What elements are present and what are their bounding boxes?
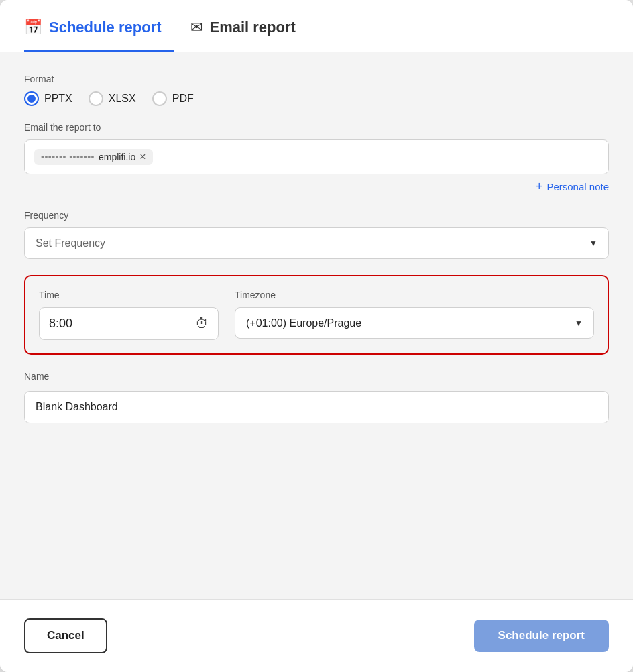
time-block: Time 8:00 ⏱ [39, 290, 219, 340]
name-section: Name [24, 371, 609, 423]
radio-circle-pdf [152, 91, 167, 106]
radio-pdf[interactable]: PDF [152, 91, 194, 106]
timezone-label: Timezone [235, 290, 594, 300]
tab-schedule-label: Schedule report [49, 19, 161, 36]
time-input-wrapper[interactable]: 8:00 ⏱ [39, 307, 219, 340]
radio-circle-xlsx [89, 91, 103, 106]
email-tag-close-icon[interactable]: × [139, 152, 146, 162]
personal-note-label: Personal note [546, 181, 609, 192]
timezone-select[interactable]: (+01:00) Europe/Prague (+00:00) UTC (+02… [235, 308, 593, 338]
personal-note-link[interactable]: + Personal note [24, 180, 609, 194]
timezone-select-wrapper: (+01:00) Europe/Prague (+00:00) UTC (+02… [235, 307, 594, 339]
frequency-section: Frequency Set Frequency Daily Weekly Mon… [24, 210, 609, 259]
modal-footer: Cancel Schedule report [0, 599, 633, 672]
email-tag-masked: ••••••• ••••••• [41, 152, 95, 162]
tab-schedule[interactable]: 📅 Schedule report [24, 0, 174, 52]
time-label: Time [39, 290, 219, 300]
radio-label-pdf: PDF [172, 93, 194, 105]
time-value: 8:00 [49, 317, 72, 331]
tab-header: 📅 Schedule report ✉ Email report [0, 0, 633, 52]
frequency-select[interactable]: Set Frequency Daily Weekly Monthly [25, 228, 608, 258]
schedule-report-button[interactable]: Schedule report [474, 620, 609, 652]
radio-circle-pptx [24, 91, 39, 106]
name-label: Name [24, 371, 609, 382]
personal-note-plus-icon: + [536, 180, 543, 194]
radio-group: PPTX XLSX PDF [24, 91, 609, 106]
email-section: Email the report to ••••••• ••••••• empl… [24, 122, 609, 194]
time-timezone-section: Time 8:00 ⏱ Timezone (+01:00) Europe/Pra… [24, 275, 609, 355]
clock-icon: ⏱ [195, 316, 209, 331]
radio-label-xlsx: XLSX [109, 93, 136, 105]
radio-xlsx[interactable]: XLSX [89, 91, 136, 106]
timezone-block: Timezone (+01:00) Europe/Prague (+00:00)… [235, 290, 594, 339]
calendar-icon: 📅 [24, 19, 42, 36]
email-tag-domain: emplifi.io [99, 152, 135, 162]
frequency-label: Frequency [24, 210, 609, 221]
tab-email-label: Email report [209, 19, 295, 36]
name-input[interactable] [24, 391, 609, 423]
frequency-select-wrapper: Set Frequency Daily Weekly Monthly ▼ [24, 227, 609, 259]
format-label: Format [24, 74, 609, 85]
modal-container: 📅 Schedule report ✉ Email report Format … [0, 0, 633, 672]
modal-body: Format PPTX XLSX PDF Email the repor [0, 52, 633, 599]
email-tag: ••••••• ••••••• emplifi.io × [34, 149, 153, 165]
email-to-label: Email the report to [24, 122, 609, 133]
tab-email[interactable]: ✉ Email report [190, 0, 308, 52]
email-input-wrapper[interactable]: ••••••• ••••••• emplifi.io × [24, 139, 609, 174]
cancel-button[interactable]: Cancel [24, 618, 107, 653]
radio-pptx[interactable]: PPTX [24, 91, 72, 106]
email-icon: ✉ [190, 19, 203, 36]
radio-label-pptx: PPTX [44, 93, 72, 105]
format-section: Format PPTX XLSX PDF [24, 74, 609, 106]
